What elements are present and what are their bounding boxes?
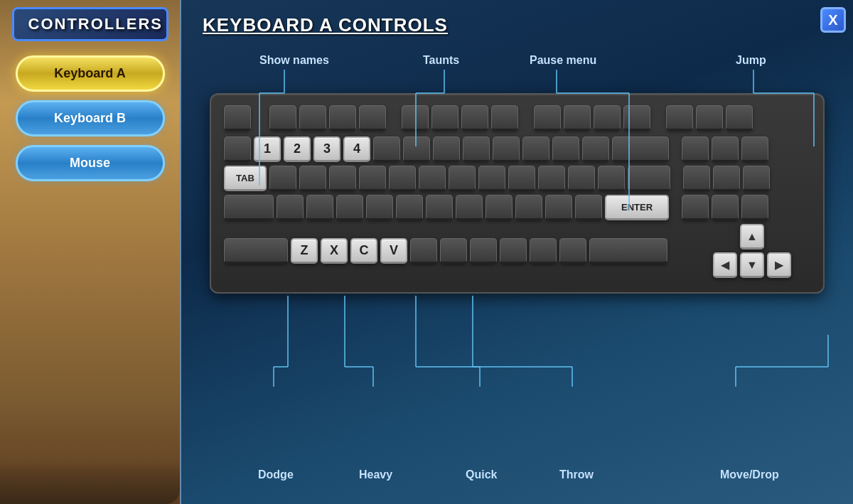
key-r (359, 166, 386, 191)
key-2: 2 (284, 136, 311, 162)
label-jump: Jump (736, 54, 766, 67)
key-backspace (612, 136, 669, 162)
key-s (306, 195, 333, 220)
key-h (426, 195, 453, 220)
key-slash (559, 238, 586, 264)
key-down: ▼ (740, 252, 764, 278)
key-f8 (491, 105, 518, 131)
key-tab: TAB (224, 166, 267, 191)
key-x: X (321, 238, 348, 264)
key-period (530, 238, 557, 264)
key-f5 (402, 105, 429, 131)
key-f6 (431, 105, 458, 131)
key-o (508, 166, 535, 191)
key-0 (522, 136, 549, 162)
key-f (366, 195, 393, 220)
key-f12 (623, 105, 650, 131)
keyboard-display: 1 2 3 4 (210, 93, 825, 294)
key-lbracket (568, 166, 595, 191)
key-f11 (594, 105, 621, 131)
keyboard-b-button[interactable]: Keyboard B (16, 100, 165, 136)
sidebar: CONTROLLERS Keyboard A Keyboard B Mouse (0, 0, 181, 504)
top-labels: Show names Taunts Pause menu Jump (203, 54, 832, 90)
row-tab: TAB (224, 166, 810, 191)
key-up: ▲ (740, 224, 764, 250)
label-quick: Quick (466, 468, 497, 481)
sidebar-title: CONTROLLERS (28, 15, 163, 33)
key-right1 (682, 195, 709, 220)
key-i (478, 166, 505, 191)
key-rbracket (598, 166, 625, 191)
key-e (329, 166, 356, 191)
key-caps (224, 195, 274, 220)
key-right2 (712, 195, 739, 220)
key-j (456, 195, 483, 220)
row-numbers: 1 2 3 4 (224, 136, 810, 162)
label-show-names: Show names (259, 54, 329, 67)
key-a (277, 195, 304, 220)
key-f3 (329, 105, 356, 131)
key-4: 4 (343, 136, 370, 162)
key-backslash (628, 166, 670, 191)
row-shift: Z X C V (224, 224, 810, 278)
key-6 (403, 136, 430, 162)
key-t (389, 166, 416, 191)
key-brk (726, 105, 753, 131)
key-b (410, 238, 437, 264)
page-title: KEYBOARD A CONTROLS (203, 14, 832, 36)
key-f4 (359, 105, 386, 131)
key-comma (500, 238, 527, 264)
close-button[interactable]: X (820, 7, 846, 33)
key-pu (741, 136, 768, 162)
keyboard-section: Show names Taunts Pause menu Jump (203, 54, 832, 490)
key-quote (575, 195, 602, 220)
key-rshift (589, 238, 667, 264)
key-f7 (461, 105, 488, 131)
key-3: 3 (313, 136, 340, 162)
key-z: Z (291, 238, 318, 264)
key-5 (373, 136, 400, 162)
key-semi (545, 195, 572, 220)
key-f2 (299, 105, 326, 131)
main-container: CONTROLLERS Keyboard A Keyboard B Mouse … (0, 0, 853, 504)
key-ins (682, 136, 709, 162)
key-end (713, 166, 740, 191)
key-w (299, 166, 326, 191)
key-p (538, 166, 565, 191)
key-n (440, 238, 467, 264)
key-hm (712, 136, 739, 162)
key-minus (552, 136, 579, 162)
key-prt (666, 105, 693, 131)
label-move-drop: Move/Drop (720, 468, 779, 481)
key-q (269, 166, 296, 191)
row-top (224, 105, 810, 131)
key-g (396, 195, 423, 220)
label-pause-menu: Pause menu (530, 54, 596, 67)
key-8 (463, 136, 490, 162)
sidebar-title-box: CONTROLLERS (12, 7, 168, 41)
key-equals (582, 136, 609, 162)
key-lshift (224, 238, 288, 264)
key-7 (433, 136, 460, 162)
keyboard: 1 2 3 4 (210, 93, 825, 294)
key-f1 (269, 105, 296, 131)
main-content: X KEYBOARD A CONTROLS Show names Taunts … (181, 0, 853, 504)
key-l (515, 195, 542, 220)
key-k (485, 195, 513, 220)
key-u (449, 166, 476, 191)
key-m (470, 238, 497, 264)
key-d (336, 195, 363, 220)
key-f10 (564, 105, 591, 131)
key-1: 1 (254, 136, 281, 162)
key-esc (224, 105, 251, 131)
arrow-cluster: ▲ ◀ ▼ ▶ (713, 224, 791, 278)
key-pd (743, 166, 770, 191)
key-enter: ENTER (605, 195, 669, 220)
mouse-button[interactable]: Mouse (16, 145, 165, 181)
key-backtick (224, 136, 251, 162)
key-y (419, 166, 446, 191)
keyboard-a-button[interactable]: Keyboard A (16, 55, 165, 92)
label-taunts: Taunts (423, 54, 459, 67)
label-heavy: Heavy (359, 468, 392, 481)
row-caps: ENTER (224, 195, 810, 220)
